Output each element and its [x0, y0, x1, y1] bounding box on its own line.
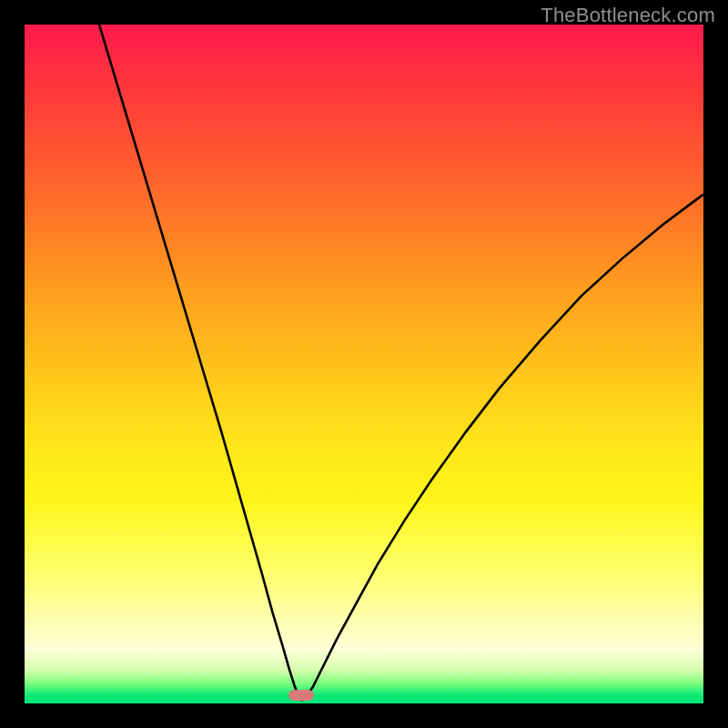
curve-left-branch — [99, 25, 301, 701]
chart-frame: TheBottleneck.com — [0, 0, 728, 728]
bottleneck-curve — [25, 25, 703, 703]
plot-area — [25, 25, 703, 703]
optimum-marker — [288, 690, 314, 701]
curve-right-branch — [301, 195, 703, 702]
